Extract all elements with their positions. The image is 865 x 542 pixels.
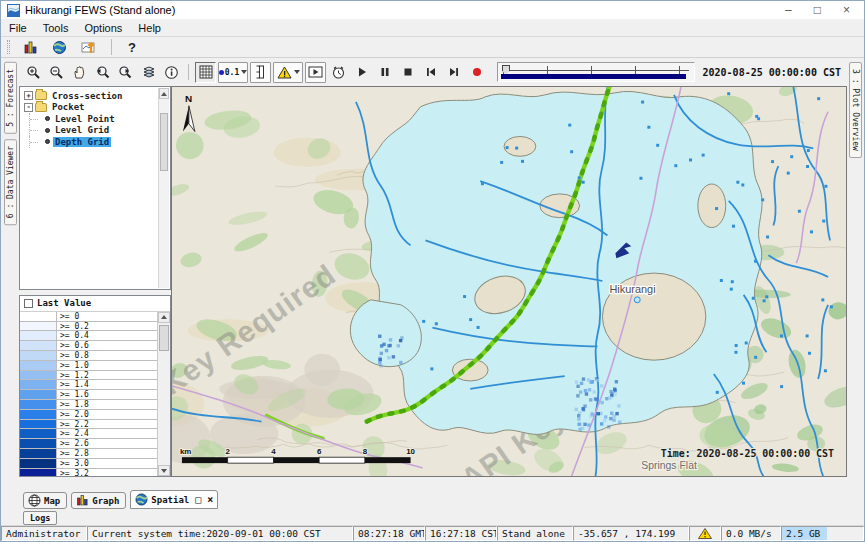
minimize-button[interactable]: – <box>785 3 792 17</box>
tab-close-icon[interactable]: × <box>207 495 213 505</box>
legend-row[interactable]: >= 0.4 <box>20 331 157 341</box>
skip-to-start-button[interactable] <box>420 62 441 83</box>
legend-row[interactable]: >= 1.4 <box>20 380 157 390</box>
legend-row[interactable]: >= 1.0 <box>20 361 157 371</box>
map-view[interactable]: API Key Required API Key Required <box>171 86 847 477</box>
logs-button[interactable]: Logs <box>23 511 57 525</box>
tab-forecast[interactable]: 5 : Forecast <box>4 62 17 134</box>
legend-row-label: >= 0 <box>56 312 157 321</box>
scroll-down-icon[interactable] <box>158 465 170 476</box>
stop-button[interactable] <box>397 62 418 83</box>
tab-maximize-icon[interactable]: □ <box>195 495 201 505</box>
right-tab-strip: 3 : Plot Overview <box>847 58 864 489</box>
scroll-up-icon[interactable] <box>158 312 170 323</box>
tree-item-label[interactable]: Pocket <box>50 102 87 112</box>
legend-row[interactable]: >= 0.6 <box>20 341 157 351</box>
map-display-button[interactable] <box>49 37 70 58</box>
legend-row[interactable]: >= 2.6 <box>20 439 157 449</box>
tree-item-label-selected[interactable]: Depth Grid <box>53 137 111 147</box>
menu-options[interactable]: Options <box>84 22 122 34</box>
legend-row[interactable]: >= 2.0 <box>20 410 157 420</box>
map-canvas[interactable]: API Key Required API Key Required <box>172 87 846 476</box>
status-memory[interactable]: 2.5 GB <box>781 526 864 541</box>
menu-tools[interactable]: Tools <box>43 22 69 34</box>
legend-color-swatch <box>20 312 56 321</box>
threshold-dropdown[interactable]: 0.1 <box>218 62 248 83</box>
legend-row[interactable]: >= 2.4 <box>20 429 157 439</box>
help-button[interactable]: ? <box>124 40 140 55</box>
close-button[interactable]: × <box>843 3 850 17</box>
tree-item-depth-grid[interactable]: Depth Grid <box>22 136 170 148</box>
menu-bar: File Tools Options Help <box>1 19 864 37</box>
scrollbar-thumb[interactable] <box>159 325 169 351</box>
tab-graph[interactable]: Graph <box>71 492 126 509</box>
legend-row[interactable]: >= 1.8 <box>20 400 157 410</box>
maximize-button[interactable]: □ <box>814 3 821 17</box>
warnings-dropdown[interactable] <box>273 62 303 83</box>
legend-color-swatch <box>20 351 56 360</box>
tree-item-label[interactable]: Cross-section <box>50 91 124 101</box>
tab-plot-overview[interactable]: 3 : Plot Overview <box>849 62 862 158</box>
scrollbar-thumb[interactable] <box>160 113 168 171</box>
time-slider[interactable] <box>497 62 695 82</box>
legend-row[interactable]: >= 1.6 <box>20 390 157 400</box>
tree-item-label[interactable]: Level Grid <box>53 125 111 135</box>
menu-file[interactable]: File <box>9 22 27 34</box>
layers-button[interactable] <box>138 62 159 83</box>
legend-scrollbar[interactable] <box>157 312 170 476</box>
legend-row[interactable]: >= 0 <box>20 312 157 322</box>
last-value-checkbox[interactable] <box>24 299 33 308</box>
tab-map[interactable]: Map <box>23 492 67 509</box>
scroll-up-icon[interactable] <box>159 88 169 99</box>
tree-item-pocket[interactable]: - Pocket <box>22 102 170 114</box>
legend-row[interactable]: >= 0.2 <box>20 322 157 332</box>
play-icon <box>356 66 368 78</box>
globe-icon <box>135 493 148 506</box>
collapse-icon[interactable]: - <box>24 103 33 112</box>
scale-bar-toggle-button[interactable] <box>250 62 271 83</box>
database-display-button[interactable] <box>20 37 41 58</box>
tree-scrollbar[interactable] <box>158 88 169 288</box>
legend-color-swatch <box>20 331 56 340</box>
legend-row[interactable]: >= 3.0 <box>20 459 157 469</box>
tree-item-label[interactable]: Level Point <box>53 114 117 124</box>
show-grid-button[interactable] <box>195 62 216 83</box>
zoom-in-button[interactable] <box>23 62 44 83</box>
pan-hand-icon <box>72 65 87 80</box>
tab-spatial[interactable]: Spatial □ × <box>130 490 218 509</box>
tab-data-viewer[interactable]: 6 : Data Viewer <box>4 139 17 225</box>
legend-row[interactable]: >= 2.8 <box>20 449 157 459</box>
info-button[interactable] <box>161 62 182 83</box>
legend-row-label: >= 1.8 <box>56 400 157 409</box>
play-button[interactable] <box>351 62 372 83</box>
pause-button[interactable] <box>374 62 395 83</box>
tree-item-level-point[interactable]: Level Point <box>22 113 170 125</box>
legend-row[interactable]: >= 2.2 <box>20 420 157 430</box>
stop-icon <box>402 66 414 78</box>
tree-item-cross-section[interactable]: + Cross-section <box>22 90 170 102</box>
status-warning-cell[interactable] <box>689 526 721 541</box>
legend-color-swatch <box>20 429 56 438</box>
tree-item-level-grid[interactable]: Level Grid <box>22 125 170 137</box>
info-icon <box>164 65 179 80</box>
zoom-previous-button[interactable] <box>92 62 113 83</box>
scale-tick-label: 2 <box>225 447 230 456</box>
zoom-out-button[interactable] <box>46 62 67 83</box>
pause-icon <box>379 66 391 78</box>
legend-color-swatch <box>20 380 56 389</box>
legend-row[interactable]: >= 3.2 <box>20 469 157 476</box>
zoom-next-button[interactable] <box>115 62 136 83</box>
legend-row[interactable]: >= 1.2 <box>20 371 157 381</box>
animation-player-button[interactable] <box>305 62 326 83</box>
scale-tick-label: 4 <box>271 447 276 456</box>
current-time-label: 2020-08-25 00:00:00 CST <box>703 67 843 78</box>
animation-timer-button[interactable] <box>328 62 349 83</box>
pan-button[interactable] <box>69 62 90 83</box>
legend-row[interactable]: >= 0.8 <box>20 351 157 361</box>
threshold-dot-icon <box>219 70 224 75</box>
skip-to-end-button[interactable] <box>443 62 464 83</box>
timeseries-display-button[interactable] <box>78 37 99 58</box>
menu-help[interactable]: Help <box>138 22 161 34</box>
expand-icon[interactable]: + <box>24 91 33 100</box>
record-button[interactable] <box>466 62 487 83</box>
